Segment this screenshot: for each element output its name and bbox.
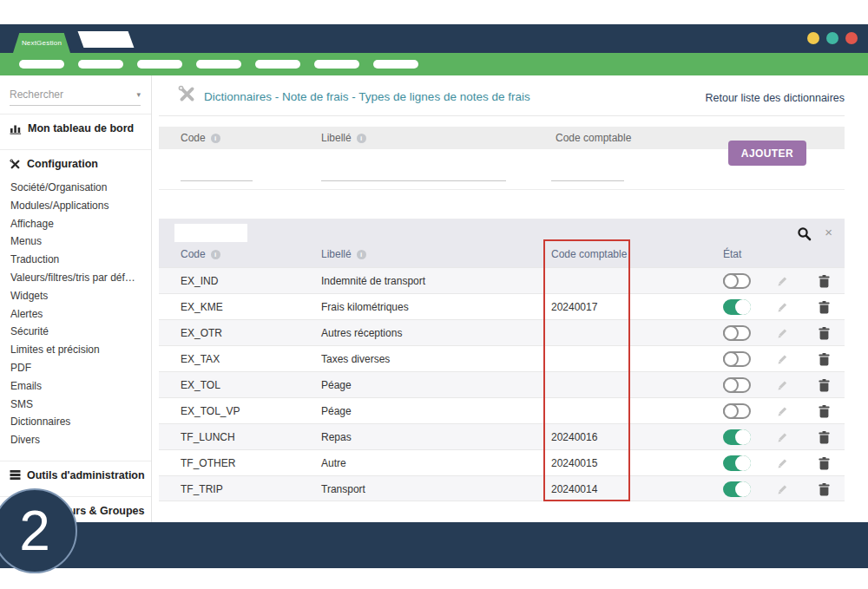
window-controls: [807, 32, 858, 44]
info-icon: i: [211, 134, 220, 143]
state-toggle[interactable]: [723, 429, 751, 445]
state-toggle[interactable]: [723, 351, 751, 367]
delete-trash-icon[interactable]: [819, 431, 830, 444]
table-row: TF_TRIP Transport 20240014: [159, 475, 845, 501]
sidebar-item[interactable]: PDF: [10, 359, 151, 377]
edit-pencil-icon[interactable]: [777, 483, 789, 495]
form-code-label: Code i: [181, 132, 220, 144]
toggle-knob: [723, 377, 739, 393]
cell-libelle: Repas: [321, 424, 352, 450]
brand-tab[interactable]: NextGestion: [13, 33, 70, 53]
libelle-field[interactable]: [321, 162, 506, 181]
cell-libelle: Taxes diverses: [321, 346, 390, 372]
cell-code: TF_LUNCH: [181, 424, 235, 450]
sidebar-item-dashboard[interactable]: Mon tableau de bord: [0, 115, 151, 141]
nav-pill[interactable]: [137, 60, 182, 69]
add-button[interactable]: AJOUTER: [728, 141, 806, 166]
sidebar-item[interactable]: Sécurité: [10, 323, 151, 341]
sidebar-item[interactable]: Modules/Applications: [10, 197, 151, 215]
cell-code-comptable: 20240015: [551, 450, 597, 476]
edit-pencil-icon[interactable]: [777, 457, 789, 469]
window-control-green-icon[interactable]: [826, 32, 838, 44]
sidebar-item-label: Configuration: [27, 158, 98, 170]
stack-icon: [10, 469, 21, 481]
sidebar-search-input[interactable]: Rechercher ▾: [10, 83, 141, 106]
nav-pill[interactable]: [255, 60, 300, 69]
table-row: EX_TOL Péage: [159, 371, 845, 397]
cell-libelle: Autres réceptions: [321, 320, 402, 346]
table-search-input[interactable]: [174, 224, 247, 242]
state-toggle[interactable]: [723, 455, 751, 471]
state-toggle[interactable]: [723, 403, 751, 419]
edit-pencil-icon[interactable]: [777, 327, 789, 339]
column-header-code[interactable]: Code i: [181, 248, 220, 260]
edit-pencil-icon[interactable]: [777, 353, 789, 365]
column-header-libelle[interactable]: Libellé i: [321, 248, 366, 260]
window-control-yellow-icon[interactable]: [807, 32, 819, 44]
sidebar-item[interactable]: Traduction: [10, 251, 151, 269]
cell-code: EX_TAX: [181, 346, 220, 372]
form-body: AJOUTER: [159, 149, 845, 190]
delete-trash-icon[interactable]: [819, 327, 830, 340]
cell-libelle: Autre: [321, 450, 346, 476]
back-to-dictionaries-link[interactable]: Retour liste des dictionnaires: [706, 92, 845, 104]
toggle-knob: [735, 429, 751, 445]
main-navbar: [0, 53, 868, 75]
table-row: TF_OTHER Autre 20240015: [159, 449, 845, 475]
sidebar-item-dictionnaires[interactable]: Dictionnaires: [10, 413, 151, 431]
state-toggle[interactable]: [723, 377, 751, 393]
secondary-tab[interactable]: [78, 31, 135, 48]
sidebar-item[interactable]: Limites et précision: [10, 341, 151, 359]
state-toggle[interactable]: [723, 325, 751, 341]
delete-trash-icon[interactable]: [819, 301, 830, 314]
table-toolbar: × Code i Libellé i Code comptable État: [159, 219, 845, 267]
sidebar-item[interactable]: SMS: [10, 396, 151, 414]
code-field[interactable]: [181, 162, 253, 181]
sidebar-item[interactable]: Affichage: [10, 215, 151, 233]
column-header-code-comptable[interactable]: Code comptable: [551, 248, 627, 260]
cell-libelle: Transport: [321, 476, 365, 502]
sidebar-item[interactable]: Valeurs/filtres/tris par déf…: [10, 269, 151, 287]
sidebar-search-placeholder: Rechercher: [10, 88, 63, 101]
nav-pill[interactable]: [19, 60, 64, 69]
delete-trash-icon[interactable]: [819, 379, 830, 392]
sidebar: Rechercher ▾ Mon tableau de bord Configu…: [0, 75, 152, 522]
delete-trash-icon[interactable]: [819, 353, 830, 366]
sidebar-item-label: Outils d'administration: [27, 469, 145, 481]
sidebar-item[interactable]: Société/Organisation: [10, 179, 151, 197]
cell-code: EX_TOL: [181, 372, 220, 398]
sidebar-item[interactable]: Divers: [10, 431, 151, 449]
nav-pill[interactable]: [314, 60, 359, 69]
cell-code: EX_KME: [181, 294, 223, 320]
sidebar-item-label: Mon tableau de bord: [28, 122, 134, 134]
sidebar-item-admin-tools[interactable]: Outils d'administration: [0, 461, 151, 488]
sidebar-item[interactable]: Menus: [10, 232, 151, 251]
close-icon[interactable]: ×: [825, 225, 832, 239]
edit-pencil-icon[interactable]: [777, 275, 789, 287]
edit-pencil-icon[interactable]: [777, 379, 789, 391]
cell-code: TF_TRIP: [181, 476, 223, 502]
delete-trash-icon[interactable]: [819, 275, 830, 288]
sidebar-item[interactable]: Widgets: [10, 287, 151, 305]
nav-pill[interactable]: [373, 60, 418, 69]
edit-pencil-icon[interactable]: [777, 301, 789, 313]
delete-trash-icon[interactable]: [819, 405, 830, 418]
cell-libelle: Péage: [321, 372, 352, 398]
sidebar-item-configuration[interactable]: Configuration: [0, 150, 151, 177]
sidebar-item[interactable]: Emails: [10, 377, 151, 396]
nav-pill[interactable]: [196, 60, 241, 69]
delete-trash-icon[interactable]: [819, 483, 830, 496]
sidebar-item[interactable]: Alertes: [10, 305, 151, 324]
window-control-red-icon[interactable]: [845, 32, 858, 44]
search-icon[interactable]: [797, 226, 812, 241]
column-header-etat[interactable]: État: [723, 248, 741, 260]
state-toggle[interactable]: [723, 299, 751, 315]
state-toggle[interactable]: [723, 273, 751, 289]
state-toggle[interactable]: [723, 481, 751, 497]
code-comptable-field[interactable]: [551, 162, 624, 181]
edit-pencil-icon[interactable]: [777, 431, 789, 443]
edit-pencil-icon[interactable]: [777, 405, 789, 417]
delete-trash-icon[interactable]: [819, 457, 830, 470]
table-body: EX_IND Indemnité de transport: [159, 267, 845, 501]
nav-pill[interactable]: [78, 60, 123, 69]
